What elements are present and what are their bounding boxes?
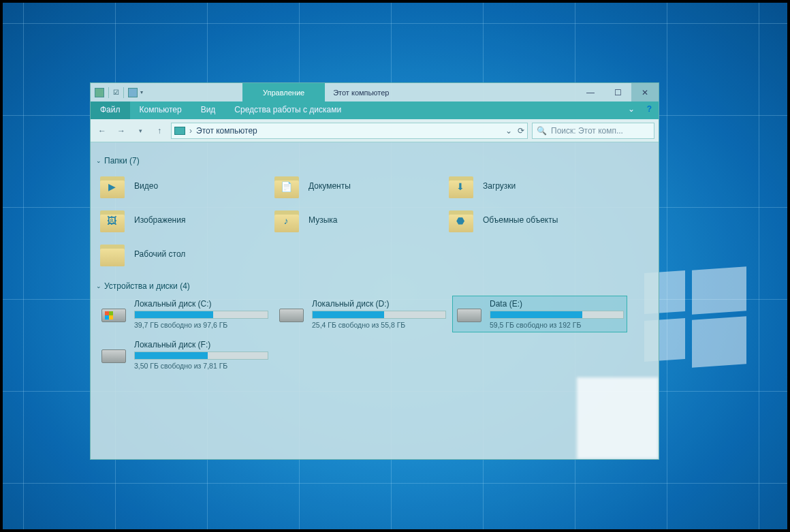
drive-item[interactable]: Локальный диск (F:)3,50 ГБ свободно из 7… [97,337,271,373]
group-drives-label: Устройства и диски (4) [104,281,190,291]
pc-icon [174,127,185,135]
close-button[interactable]: ✕ [631,83,659,101]
chevron-down-icon[interactable]: ⌄ [96,283,101,290]
folder-icon: ▶ [99,174,126,198]
drive-free-text: 25,4 ГБ свободно из 55,8 ГБ [312,321,446,329]
folder-icon: ⬇ [447,174,475,198]
folder-icon [99,242,126,266]
drive-usage-bar [490,311,624,319]
drive-name: Data (E:) [490,299,624,309]
tab-file[interactable]: Файл [91,101,130,119]
folder-item[interactable]: ⬣Объемные объекты [446,205,616,235]
windows-logo [644,268,746,371]
folder-label: Объемные объекты [483,215,558,225]
blurred-region [577,377,659,459]
ribbon-expand-icon[interactable]: ⌄ [622,101,640,119]
drive-usage-bar [134,311,268,319]
maximize-button[interactable]: ☐ [604,83,631,101]
breadcrumb[interactable]: Этот компьютер [196,126,257,136]
drive-icon [100,303,127,324]
forward-button[interactable]: → [114,123,129,138]
folder-item[interactable]: Рабочий стол [97,239,268,269]
drive-free-text: 39,7 ГБ свободно из 97,6 ГБ [134,321,268,329]
drive-usage-bar [312,311,446,319]
folder-item[interactable]: ♪Музыка [272,205,442,235]
drive-icon [456,303,483,324]
drive-icon [100,344,127,364]
folder-item[interactable]: ⬇Загрузки [446,171,616,201]
up-button[interactable]: ↑ [152,123,167,138]
chevron-down-icon[interactable]: ⌄ [96,157,101,164]
help-icon[interactable]: ? [640,101,659,119]
address-bar[interactable]: › Этот компьютер ⌄ ⟳ [171,123,528,139]
ribbon-tabs: Файл Компьютер Вид Средства работы с дис… [91,101,659,119]
drive-usage-bar [134,351,268,360]
folder-icon: 🖼 [99,208,126,232]
quick-access-toolbar: ☑ ▾ [91,87,147,98]
recent-dropdown-icon[interactable]: ▾ [133,123,148,138]
drive-icon [278,303,305,324]
folder-item[interactable]: 🖼Изображения [97,205,268,235]
folder-label: Видео [134,181,158,191]
search-box[interactable]: 🔍 Поиск: Этот комп... [532,123,654,139]
drive-item[interactable]: Локальный диск (C:)39,7 ГБ свободно из 9… [97,296,271,332]
context-tab-manage[interactable]: Управление [242,83,325,101]
refresh-icon[interactable]: ⟳ [518,126,524,136]
folder-icon: ⬣ [447,208,475,232]
drive-name: Локальный диск (D:) [312,299,446,309]
search-icon: 🔍 [537,126,547,136]
drive-free-text: 3,50 ГБ свободно из 7,81 ГБ [134,362,268,370]
address-dropdown-icon[interactable]: ⌄ [505,126,512,136]
tab-computer[interactable]: Компьютер [130,101,191,119]
folder-icon: ♪ [273,208,300,232]
folder-item[interactable]: 📄Документы [272,171,442,201]
search-placeholder: Поиск: Этот комп... [551,126,623,136]
properties-icon[interactable] [128,88,138,97]
title-bar[interactable]: ☑ ▾ Управление Этот компьютер — ☐ ✕ [91,83,659,101]
qat-dropdown-icon[interactable]: ▾ [140,89,143,95]
drive-item[interactable]: Локальный диск (D:)25,4 ГБ свободно из 5… [275,296,449,332]
folder-label: Музыка [309,215,337,225]
folder-item[interactable]: ▶Видео [97,171,268,201]
navigation-bar: ← → ▾ ↑ › Этот компьютер ⌄ ⟳ 🔍 Поиск: Эт… [91,119,659,142]
group-drives[interactable]: ⌄ Устройства и диски (4) [96,281,652,291]
drive-item[interactable]: Data (E:)59,5 ГБ свободно из 192 ГБ [453,296,627,332]
explorer-window: ☑ ▾ Управление Этот компьютер — ☐ ✕ Файл… [90,82,659,460]
content-area[interactable]: ⌄ Папки (7) ▶Видео📄Документы⬇Загрузки🖼Из… [91,142,659,459]
tab-view[interactable]: Вид [191,101,225,119]
folder-label: Рабочий стол [134,249,185,259]
folder-label: Загрузки [483,181,516,191]
explorer-icon [95,88,104,97]
window-title: Этот компьютер [325,89,397,97]
group-folders-label: Папки (7) [104,156,140,166]
folder-label: Изображения [134,215,185,225]
chevron-right-icon[interactable]: › [189,126,192,136]
back-button[interactable]: ← [95,123,110,138]
folder-icon: 📄 [273,174,300,198]
drive-name: Локальный диск (C:) [134,299,268,309]
group-folders[interactable]: ⌄ Папки (7) [96,156,652,166]
drive-free-text: 59,5 ГБ свободно из 192 ГБ [490,321,624,329]
folder-label: Документы [309,181,351,191]
drive-name: Локальный диск (F:) [134,340,268,349]
tab-disk-tools[interactable]: Средства работы с дисками [225,101,351,119]
qat-checkbox[interactable]: ☑ [113,89,119,96]
minimize-button[interactable]: — [577,83,604,101]
